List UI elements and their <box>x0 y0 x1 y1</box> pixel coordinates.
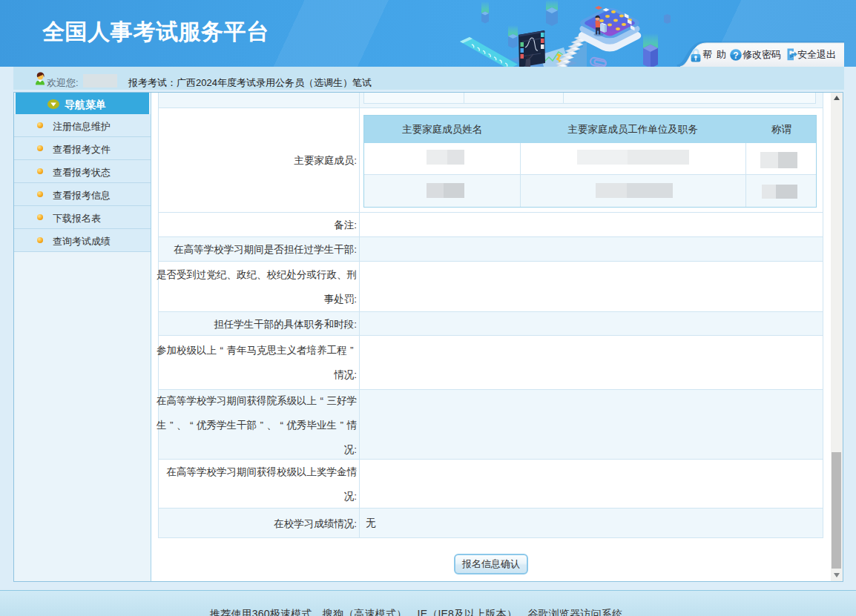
svg-text:?: ? <box>733 50 738 61</box>
